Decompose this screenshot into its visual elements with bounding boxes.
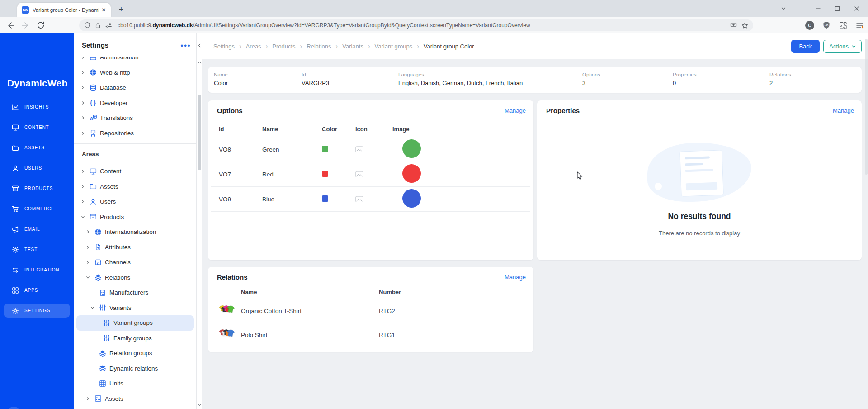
breadcrumb-variants[interactable]: Variants <box>342 43 363 50</box>
bookmark-star-icon[interactable] <box>741 22 749 29</box>
tree-item-repositories[interactable]: Repositories <box>74 126 196 141</box>
tree-item-assets[interactable]: Assets <box>74 391 196 407</box>
browser-tab[interactable]: DW Variant group Color - DynamicW ✕ <box>17 3 111 17</box>
chevron-right-icon[interactable] <box>85 230 90 234</box>
sidebar-item-users[interactable]: USERS <box>0 158 74 178</box>
lock-icon[interactable] <box>94 22 101 29</box>
tree-item-assets[interactable]: Assets <box>74 179 196 195</box>
sidebar-item-integration[interactable]: INTEGRATION <box>0 260 74 280</box>
url-text[interactable]: cbo10.public9.dynamicweb.dk/Admin/UI/Set… <box>118 22 726 29</box>
tree-item-units[interactable]: Units <box>74 376 196 391</box>
chevron-down-icon[interactable] <box>80 215 85 219</box>
tree-item-variant-groups[interactable]: Variant groups <box>76 315 194 331</box>
chevron-right-icon[interactable] <box>80 185 85 189</box>
address-bar[interactable]: cbo10.public9.dynamicweb.dk/Admin/UI/Set… <box>79 19 753 31</box>
extensions-puzzle-icon[interactable] <box>839 21 848 30</box>
chevron-right-icon[interactable] <box>80 101 85 105</box>
chevron-right-icon[interactable] <box>85 397 90 401</box>
sidebar-item-insights[interactable]: INSIGHTS <box>0 97 74 117</box>
info-value: 3 <box>582 80 600 86</box>
breadcrumb-areas[interactable]: Areas <box>246 43 261 50</box>
window-maximize-button[interactable] <box>829 0 846 17</box>
properties-manage-link[interactable]: Manage <box>833 107 854 114</box>
tree-item-relations[interactable]: Relations <box>74 270 196 285</box>
extension-shield-icon[interactable]: uO <box>822 21 831 30</box>
chevron-right-icon[interactable] <box>80 169 85 173</box>
page-scrollbar-thumb[interactable] <box>865 39 868 175</box>
tree-panel-menu-icon[interactable]: ●●● <box>180 43 191 48</box>
window-minimize-button[interactable] <box>810 0 827 17</box>
tab-search-chevron-icon[interactable] <box>775 0 792 17</box>
sidebar-item-test[interactable]: TEST <box>0 239 74 260</box>
tree-panel-scrollbar[interactable] <box>196 33 202 409</box>
reload-icon[interactable] <box>36 21 45 30</box>
chevron-right-icon[interactable] <box>80 200 85 204</box>
sidebar-item-assets[interactable]: ASSETS <box>0 138 74 158</box>
tree-item-label: Products <box>100 214 124 220</box>
save-page-icon[interactable] <box>730 22 737 29</box>
chevron-right-icon[interactable] <box>85 245 90 249</box>
tree-item-dynamic-relations[interactable]: Dynamic relations <box>74 361 196 376</box>
chevron-right-icon[interactable] <box>80 131 85 135</box>
options-manage-link[interactable]: Manage <box>505 107 526 114</box>
tree-item-products[interactable]: Products <box>74 209 196 225</box>
chevron-right-icon[interactable] <box>80 116 85 120</box>
breadcrumb-variant-groups[interactable]: Variant groups <box>375 43 413 50</box>
tree-item-internationalization[interactable]: Internationalization <box>74 224 196 240</box>
tree-item-database[interactable]: Database <box>74 80 196 95</box>
relation-row-rtg2[interactable]: Organic Cotton T-ShirtRTG2 <box>211 299 530 323</box>
info-label: Relations <box>769 72 791 77</box>
actions-button[interactable]: Actions <box>823 40 862 53</box>
back-nav-icon[interactable] <box>6 21 15 30</box>
new-tab-button[interactable]: + <box>116 4 127 15</box>
tree-item-developer[interactable]: { }Developer <box>74 95 196 111</box>
breadcrumb-relations[interactable]: Relations <box>307 43 331 50</box>
chevron-down-icon[interactable] <box>90 306 95 310</box>
tree-item-channels[interactable]: Channels <box>74 255 196 270</box>
sidebar-item-apps[interactable]: APPS <box>0 280 74 300</box>
extension-c-icon[interactable]: C <box>805 21 814 30</box>
chevron-down-icon[interactable] <box>85 276 90 280</box>
relation-row-rtg1[interactable]: Polo ShirtRTG1 <box>211 323 530 347</box>
tree-item-web-and-http[interactable]: Web & http <box>74 65 196 81</box>
chevron-right-icon[interactable] <box>80 86 85 90</box>
window-close-button[interactable] <box>848 0 865 17</box>
back-button[interactable]: Back <box>791 40 820 53</box>
sidebar-item-email[interactable]: EMAIL <box>0 219 74 239</box>
chevron-right-icon[interactable] <box>80 71 85 75</box>
collapse-panel-icon[interactable] <box>197 43 202 48</box>
relations-manage-link[interactable]: Manage <box>505 274 526 281</box>
column-header-color: Color <box>322 126 355 133</box>
scrollbar-thumb[interactable] <box>198 95 201 170</box>
relations-title: Relations <box>217 273 248 281</box>
tree-item-manufacturers[interactable]: Manufacturers <box>74 285 196 300</box>
chevron-right-icon[interactable] <box>85 260 90 264</box>
shield-icon[interactable] <box>84 22 91 29</box>
tree-item-label: Database <box>100 84 126 91</box>
tree-item-family-groups[interactable]: Family groups <box>74 331 196 346</box>
sidebar-item-settings[interactable]: SETTINGS <box>0 300 74 321</box>
sidebar-item-commerce[interactable]: COMMERCE <box>0 199 74 219</box>
tree-item-translations[interactable]: ATranslations <box>74 110 196 126</box>
tree-item-relation-groups[interactable]: Relation groups <box>74 346 196 361</box>
option-row-vo7[interactable]: VO7Red <box>211 162 530 187</box>
tree-item-content[interactable]: Content <box>74 164 196 179</box>
forward-nav-icon[interactable] <box>21 21 30 30</box>
profile-button[interactable] <box>6 407 21 409</box>
option-name: Blue <box>262 196 322 203</box>
scroll-up-icon[interactable] <box>197 61 202 65</box>
tree-item-variants[interactable]: Variants <box>74 300 196 316</box>
tree-item-users[interactable]: Users <box>74 194 196 209</box>
sidebar-item-label: INSIGHTS <box>24 105 49 109</box>
breadcrumb-products[interactable]: Products <box>272 43 295 50</box>
option-row-vo8[interactable]: VO8Green <box>211 137 530 162</box>
tree-item-attributes[interactable]: Attributes <box>74 240 196 255</box>
sidebar-item-content[interactable]: CONTENT <box>0 117 74 138</box>
scroll-down-icon[interactable] <box>197 403 202 407</box>
tracking-controls-icon[interactable] <box>105 22 112 29</box>
option-row-vo9[interactable]: VO9Blue <box>211 187 530 212</box>
breadcrumb-settings[interactable]: Settings <box>213 43 235 50</box>
tab-close-icon[interactable]: ✕ <box>100 6 108 14</box>
sidebar-item-products[interactable]: PRODUCTS <box>0 178 74 199</box>
browser-menu-icon[interactable] <box>855 21 864 30</box>
